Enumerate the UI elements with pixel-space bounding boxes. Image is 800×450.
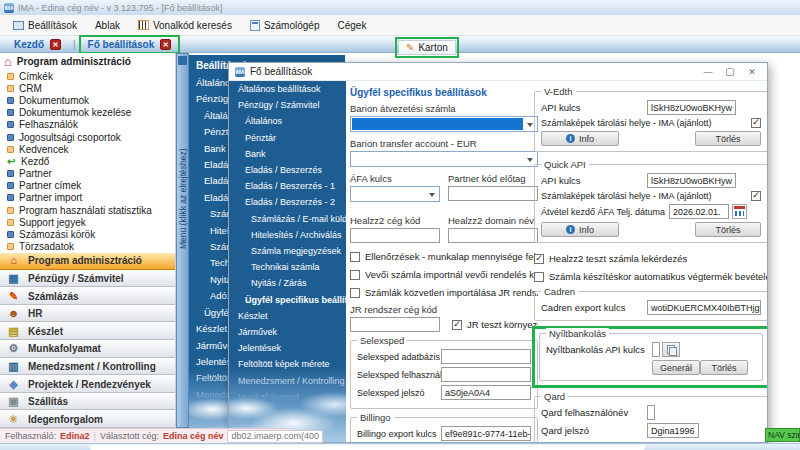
- sidebar-item-jogosultsagi-csoportok[interactable]: Jogosultsági csoportok: [0, 131, 175, 143]
- sidebar-item-kedvencek[interactable]: Kedvencek: [0, 143, 175, 155]
- module-keszlet[interactable]: ▤Készlet: [0, 322, 175, 340]
- jr-code-input[interactable]: [350, 317, 440, 332]
- dialog-menu-item-feltoltott-kepek-merete[interactable]: Feltöltött képek mérete: [229, 356, 346, 372]
- sidebar-item-partner-cimek[interactable]: Partner címek: [0, 180, 175, 192]
- module-hr[interactable]: ☻HR: [0, 305, 175, 323]
- sidebar-item-dokumentumok[interactable]: Dokumentumok: [0, 94, 175, 106]
- menubar-item-vonalkod-kereses[interactable]: Vonalkód keresés: [129, 18, 241, 33]
- module-menedzsment-kontrolling[interactable]: ▥Menedzsment / Kontrolling: [0, 358, 175, 376]
- karton-button[interactable]: ✎ Karton: [398, 40, 456, 55]
- dialog-menu-item-hitelesites-archivalas[interactable]: Hitelesítés / Archiválás: [229, 227, 346, 243]
- dialog-menu-item-ugyfel-specifikus-beallitasok[interactable]: Ügyfél specifikus beállítások: [229, 292, 346, 308]
- dialog-menu-item-penzugy-szamvitel[interactable]: Pénzügy / Számvitel: [229, 97, 346, 113]
- menubar-item-szamologep[interactable]: Számológép: [241, 18, 329, 33]
- sidebar-item-support-jegyek[interactable]: Support jegyek: [0, 216, 175, 228]
- auto-intake-checkbox[interactable]: [534, 272, 544, 282]
- module-label: Program adminisztráció: [28, 255, 142, 266]
- module-szamlazas[interactable]: ✎Számlázás: [0, 287, 175, 305]
- dialog-menu-item-keszlet[interactable]: Készlet: [229, 308, 346, 324]
- qard-user-input[interactable]: [647, 405, 655, 420]
- quickapi-info-button[interactable]: iInfo: [541, 222, 619, 237]
- dialog-menu-item-nyitas-zaras[interactable]: Nyitás / Zárás: [229, 275, 346, 291]
- tab-close-icon[interactable]: ✕: [50, 39, 61, 50]
- sidebar-item-program-hasznalati-statisztika[interactable]: Program használati statisztika: [0, 204, 175, 216]
- menu-collapse-strip[interactable]: Menü (klikk az elrejtéshez): [176, 53, 189, 428]
- dialog-menu-item-technikai-szamla[interactable]: Technikai számla: [229, 259, 346, 275]
- vedth-store-checkbox[interactable]: [751, 118, 761, 128]
- checkbox-label: Vevői számla importnál vevői rendelés ke…: [365, 269, 538, 280]
- afa-select[interactable]: [350, 186, 440, 202]
- menubar-item-cegek[interactable]: Cégek: [328, 18, 375, 33]
- module-munkafolyamat[interactable]: ⚙Munkafolyamat: [0, 340, 175, 358]
- input-selexsped-jelszo[interactable]: aS0jeA0A4: [441, 385, 531, 400]
- barion-eur-select[interactable]: [350, 151, 538, 167]
- dialog-menu-item-bank[interactable]: Bank: [229, 146, 346, 162]
- vedth-info-button[interactable]: iInfo: [541, 131, 619, 146]
- tab-close-icon[interactable]: ✕: [160, 39, 171, 50]
- sidebar-item-crm[interactable]: CRM: [0, 82, 175, 94]
- checkbox-ellenorzesek-munkalap-mennyise[interactable]: [350, 252, 360, 262]
- close-icon[interactable]: [741, 67, 763, 77]
- sidebar-item-partner-import[interactable]: Partner import: [0, 192, 175, 204]
- dialog-menu-item-jelentesek[interactable]: Jelentések: [229, 340, 346, 356]
- jr-code-label: JR rendszer cég kód: [350, 304, 538, 315]
- checkbox-vevoi-szamla-importnal-vevoi-r[interactable]: [350, 270, 360, 280]
- blue-bullet: [7, 109, 14, 116]
- module-idegenforgalom[interactable]: ☀Idegenforgalom: [0, 410, 175, 428]
- maximize-icon[interactable]: [719, 66, 741, 77]
- sidebar-item-szamozasi-korok[interactable]: Számozási körök: [0, 228, 175, 240]
- quickapi-api-input[interactable]: lSkH8zU0woBKHyw: [647, 173, 736, 188]
- tab-fo-beallitasok[interactable]: Fő beállítások✕: [82, 38, 178, 51]
- input-selexsped-felhasznalonev[interactable]: [441, 367, 531, 382]
- barion-account-select[interactable]: [350, 116, 538, 132]
- nyiltbankolas-delete-button[interactable]: Törlés: [700, 360, 748, 375]
- sidebar-item-torzsadatok[interactable]: Törzsadatok: [0, 241, 175, 253]
- dialog-menu-item-szamla-megjegyzesek[interactable]: Számla megjegyzések: [229, 243, 346, 259]
- dialog-menu-item-jarmuvek[interactable]: Járművek: [229, 324, 346, 340]
- app-icon: IMA: [4, 3, 14, 13]
- dialog-menu-item-altalanos-beallitasok[interactable]: Általános beállítások: [229, 81, 346, 97]
- nyiltbankolas-key-input[interactable]: [652, 342, 660, 357]
- copy-icon[interactable]: [662, 342, 680, 357]
- titlebar: IMA IMA - Edina cég név - v 3.123.795 - …: [0, 0, 800, 15]
- dialog-menu-item-szamlazas-e-mail-kuldes[interactable]: Számlázás / E-mail küldés: [229, 211, 346, 227]
- module-projektek-rendezvenyek[interactable]: ◆Projektek / Rendezvények: [0, 375, 175, 393]
- healzz-code-input[interactable]: [350, 228, 440, 243]
- quickapi-delete-button[interactable]: Törlés: [695, 222, 761, 237]
- tab-kezdo[interactable]: Kezdő✕: [8, 38, 67, 51]
- partner-prefix-input[interactable]: [448, 186, 538, 201]
- calendar-icon[interactable]: [732, 204, 747, 219]
- healzz-domain-input[interactable]: [448, 228, 538, 243]
- sidebar-item-cimkek[interactable]: Címkék: [0, 70, 175, 82]
- dialog-menu-item-eladas-beszerzes[interactable]: Eladás / Beszerzés: [229, 162, 346, 178]
- sidebar-item-dokumentumok-kezelese[interactable]: Dokumentumok kezelése: [0, 107, 175, 119]
- billingo-key-input[interactable]: ef9e891c-9774-11eb-9bb8-0: [441, 426, 531, 441]
- healzz-test-checkbox[interactable]: [534, 254, 544, 264]
- vedth-delete-button[interactable]: Törlés: [695, 131, 761, 146]
- menubar-item-beallitasok[interactable]: Beállítások: [4, 18, 86, 33]
- sidebar-item-kezdo[interactable]: ↩Kezdő: [0, 155, 175, 167]
- quickapi-store-checkbox[interactable]: [751, 191, 761, 201]
- module-penzugy-szamvitel[interactable]: ▦Pénzügy / Számvitel: [0, 270, 175, 288]
- menubar-item-ablak[interactable]: Ablak: [86, 18, 129, 33]
- dialog-menu-item-altalanos[interactable]: Általános: [229, 113, 346, 129]
- jr-test-checkbox[interactable]: [452, 320, 462, 330]
- vedth-api-input[interactable]: lSkH8zU0woBKHyw: [647, 100, 736, 115]
- minimize-icon[interactable]: [697, 67, 719, 77]
- qard-pass-input[interactable]: Dgina1996: [647, 423, 699, 438]
- checkbox-szamlak-kozvetlen-importalasa-[interactable]: [350, 288, 360, 298]
- dialog-menu-item-menedzsment-kontrolling[interactable]: Menedzsment / Kontrolling: [229, 373, 346, 389]
- quickapi-date-input[interactable]: 2026.02.01.: [669, 204, 729, 219]
- sidebar-item-partner[interactable]: Partner: [0, 168, 175, 180]
- cadren-key-input[interactable]: wotiDKuERCMX40IbBTHjg2dL: [647, 300, 761, 315]
- dialog-menu-item-penztar[interactable]: Pénztár: [229, 130, 346, 146]
- nyiltbankolas-generate-button[interactable]: Generál: [652, 360, 700, 375]
- module-szallitas[interactable]: ▣Szállítás: [0, 393, 175, 411]
- nav-sync-button[interactable]: NAV szinkr: [765, 428, 800, 442]
- dialog-menu-item-eladas-beszerzes-1[interactable]: Eladás / Beszerzés - 1: [229, 178, 346, 194]
- sidebar-item-felhasznalok[interactable]: Felhasználók: [0, 119, 175, 131]
- dialog-menu-item-eladas-beszerzes-2[interactable]: Eladás / Beszerzés - 2: [229, 194, 346, 210]
- input-selexsped-adatbazis[interactable]: [441, 349, 531, 364]
- module-program-adminisztracio[interactable]: ⌂Program adminisztráció: [0, 252, 175, 270]
- dialog-menu-item-munkafolyamat[interactable]: Munkafolyamat: [229, 389, 346, 405]
